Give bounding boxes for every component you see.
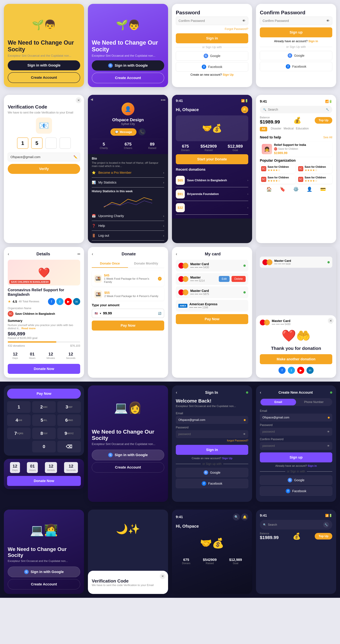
filter-icon[interactable]: 🔧 [326, 108, 329, 111]
org-4[interactable]: SC Save for Children ★★★★☆ [297, 175, 332, 184]
key-5[interactable]: 5JKL [32, 414, 56, 426]
verify-button[interactable]: Verify [8, 164, 80, 174]
call-button[interactable]: 📞 [138, 128, 146, 136]
card-item-edit[interactable]: Master •••• •••• 5214 Edit Delete [176, 273, 248, 285]
google-dark-button[interactable]: G Sign in with Google [92, 450, 164, 460]
facebook-social-btn[interactable]: f Facebook [176, 62, 248, 72]
category-medical[interactable]: Medical [284, 127, 294, 132]
otp-digit-1[interactable]: 1 [17, 138, 28, 149]
pro-member-item[interactable]: ⭐ Become a Pro Member › [92, 168, 164, 178]
pay-now-button[interactable]: Pay Now [92, 320, 164, 330]
key-9[interactable]: 9WXYZ [57, 428, 81, 439]
topup-dark-button[interactable]: Top Up [315, 533, 332, 540]
org-2[interactable]: SC Save for Children ★★★★☆ [297, 164, 332, 173]
tab-email-dark[interactable]: Email [260, 399, 296, 406]
more-options-icon[interactable]: ••• [78, 252, 80, 256]
search-bar[interactable]: 🔍 🔧 [260, 106, 332, 113]
back-button-dark[interactable]: ‹ [176, 390, 177, 395]
search-input[interactable] [268, 108, 324, 112]
key-1[interactable]: 1 [7, 401, 30, 413]
close-verify-button[interactable]: ✕ [160, 573, 166, 579]
donate-now-dark-button[interactable]: Donate Now [7, 476, 81, 486]
nav-settings[interactable]: ⚙️ [293, 186, 299, 192]
email-field-dark[interactable]: Ofspace@gmail.com [176, 416, 248, 424]
org-1[interactable]: SC Save for Children ★★★★☆ [260, 164, 295, 173]
password-input-dark[interactable] [178, 432, 243, 436]
nav-bookmark[interactable]: 🔖 [280, 186, 286, 192]
share-tw[interactable]: t [56, 298, 64, 305]
confirm-field-create[interactable]: 👁 [260, 442, 332, 450]
amount-input-row[interactable]: 🇺🇸 ▾ 🔄 [92, 309, 164, 318]
topup-button[interactable]: Top Up [315, 117, 332, 124]
google-dark-social[interactable]: G Google [176, 468, 248, 477]
otp-digit-3[interactable] [46, 138, 57, 149]
key-7[interactable]: 7PQRS [7, 428, 30, 439]
tab-donate-once[interactable]: Donate Once [92, 260, 128, 268]
edit-card-button[interactable]: Edit [219, 276, 230, 282]
pay-now-button-2[interactable]: Pay Now [176, 314, 248, 324]
bell-dark-icon[interactable]: 🔔 [241, 514, 248, 520]
card-item-0[interactable]: Master Card •••• •••• •••• 5430 [176, 260, 248, 272]
filter-dark-icon[interactable]: 🔧 [323, 522, 329, 528]
signup-dark-link[interactable]: Sign Up [222, 457, 232, 460]
package-item-1[interactable]: 🍱 $45 1 Week Food Package for 4 Person's… [92, 271, 164, 286]
signin-dark-link[interactable]: Sign in [308, 464, 317, 468]
notification-icon[interactable]: 🔔 [241, 106, 248, 113]
signin-dark-button[interactable]: Sign in [176, 445, 248, 455]
message-button[interactable]: 💬 Message [110, 128, 136, 136]
donation-item-3[interactable]: $32 › [176, 201, 248, 214]
see-all-link[interactable]: See All [323, 136, 332, 139]
share-yt[interactable]: ▶ [65, 298, 72, 305]
key-backspace[interactable]: ⌫ [57, 441, 81, 452]
amount-input[interactable] [103, 311, 156, 316]
confirm-password-field[interactable]: 👁 [176, 16, 248, 25]
key-2[interactable]: 2ABC [32, 401, 56, 413]
back-button-2[interactable]: ‹ [92, 252, 93, 256]
key-8[interactable]: 8TUV [32, 428, 56, 439]
google-signin-button-2[interactable]: G Sign in with Google [92, 60, 164, 71]
help-item[interactable]: ❓ Help › [92, 221, 164, 231]
key-6[interactable]: 6MNO [57, 414, 81, 426]
forgot-password-link[interactable]: Forgot Password? [176, 27, 248, 31]
card-item-1[interactable]: Master Card •••• •••• •••• 5875 [176, 286, 248, 298]
search-dark-bar[interactable]: 🔍 Search 🔧 [260, 520, 332, 530]
close-button[interactable]: ✕ [76, 98, 82, 103]
facebook-dark-social[interactable]: f Facebook [176, 479, 248, 488]
donation-item-1[interactable]: $65 Save Children in Bangladesh › [176, 174, 248, 187]
start-donate-button[interactable]: Start your Donate [176, 154, 248, 164]
donate-now-button[interactable]: Donate Now [8, 364, 80, 374]
forgot-password-dark[interactable]: forgot Password? [176, 439, 248, 442]
nav-profile[interactable]: 👤 [307, 186, 312, 192]
key-3[interactable]: 3DEF [57, 401, 81, 413]
password-field-dark[interactable]: 👁 [176, 430, 248, 438]
tab-phone-dark[interactable]: Phone Number [296, 399, 332, 406]
edit-icon[interactable]: ✏️ [74, 155, 78, 159]
key-0[interactable]: 0 [32, 441, 56, 452]
back-button-create-dark[interactable]: ‹ [260, 390, 261, 395]
category-disaster[interactable]: Disaster [271, 127, 282, 132]
create-dark-button[interactable]: Create Account [92, 462, 164, 472]
confirm-password-input-2[interactable] [262, 19, 326, 23]
google-social-btn[interactable]: G Google [176, 51, 248, 60]
share-yt-icon[interactable]: ▶ [297, 367, 304, 374]
delete-card-button[interactable]: Delete [232, 276, 246, 282]
confirm-input-create[interactable] [262, 444, 327, 448]
google-signin-button[interactable]: Sign in with Google [8, 60, 80, 70]
read-more-link[interactable]: Read more [22, 327, 36, 330]
google-create-social[interactable]: G Google [260, 476, 332, 485]
need-card-1[interactable]: 👧 Relief Support for India SC Save for C… [260, 141, 332, 157]
signin-button[interactable]: Sign in [176, 33, 248, 43]
password-field-create[interactable]: 👁 [260, 428, 332, 436]
create-account-button[interactable]: Create Account [8, 72, 80, 83]
share-fb-icon[interactable]: f [278, 367, 286, 374]
category-education[interactable]: Education [296, 127, 309, 132]
back-button[interactable]: ‹ [8, 252, 9, 256]
org-3[interactable]: SC Save for Children ★★★★☆ [260, 175, 295, 184]
back-button-3[interactable]: ‹ [176, 252, 177, 256]
share-tw-icon[interactable]: t [288, 367, 295, 374]
category-all[interactable]: All [260, 127, 267, 132]
share-fb[interactable]: f [48, 298, 55, 305]
signup-button[interactable]: Sign up [260, 27, 332, 37]
search-dark-icon[interactable]: 🔍 [233, 514, 240, 520]
make-donation-button[interactable]: Make another donation [260, 354, 332, 364]
